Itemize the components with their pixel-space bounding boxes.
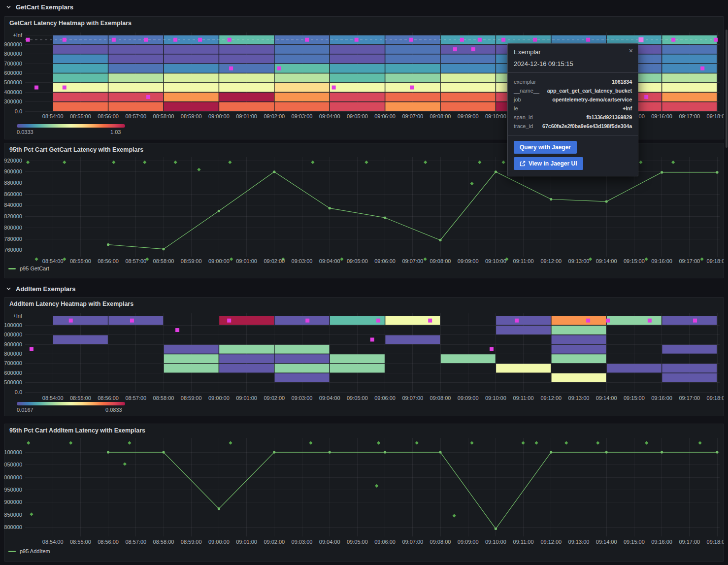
data-point[interactable] [273,451,275,453]
heatmap-cell[interactable] [662,373,717,382]
heatmap-cell[interactable] [164,64,219,73]
exemplar-diamond[interactable] [415,441,419,445]
heatmap-cell[interactable] [552,326,606,334]
exemplar-marker[interactable] [229,66,233,70]
data-point[interactable] [605,451,608,453]
exemplar-marker-highlighted[interactable] [638,37,643,42]
exemplar-diamond[interactable] [700,258,703,261]
heatmap-cell[interactable] [164,93,219,101]
exemplar-diamond[interactable] [228,161,232,164]
heatmap-cell[interactable] [53,316,108,325]
heatmap-cell[interactable] [441,64,496,73]
heatmap-cell[interactable] [108,73,163,82]
heatmap-cell[interactable] [275,93,330,101]
exemplar-diamond[interactable] [645,258,648,261]
data-point[interactable] [495,528,497,530]
view-in-jaeger-button[interactable]: View in Jaeger UI [514,157,583,170]
exemplar-diamond[interactable] [30,512,33,516]
exemplar-marker[interactable] [63,38,66,42]
exemplar-diamond[interactable] [311,161,314,164]
heatmap-cell[interactable] [441,354,496,363]
heatmap-cell[interactable] [662,73,717,82]
exemplar-marker[interactable] [410,86,414,90]
exemplar-marker[interactable] [175,328,179,332]
exemplar-diamond[interactable] [230,258,233,261]
data-point[interactable] [605,200,608,202]
exemplar-marker[interactable] [453,47,457,51]
heatmap-cell[interactable] [607,364,662,373]
heatmap-cell[interactable] [275,373,330,382]
exemplar-marker[interactable] [63,86,66,90]
heatmap-cell[interactable] [441,93,496,101]
heatmap-cell[interactable] [275,345,330,354]
heatmap-cell[interactable] [330,55,385,64]
heatmap-cell[interactable] [164,364,219,373]
exemplar-diamond[interactable] [364,161,368,164]
heatmap-cell[interactable] [662,83,717,92]
data-point[interactable] [550,451,552,453]
heatmap-cell[interactable] [330,83,385,92]
data-point[interactable] [107,243,109,246]
exemplar-diamond[interactable] [27,441,30,445]
exemplar-marker[interactable] [355,38,359,42]
exemplar-diamond[interactable] [596,441,599,445]
exemplar-marker[interactable] [112,38,116,42]
exemplar-diamond[interactable] [671,161,675,164]
exemplar-marker[interactable] [586,319,590,323]
heatmap-cell[interactable] [330,73,385,82]
exemplar-diamond[interactable] [453,514,456,517]
heatmap-cell[interactable] [219,364,274,373]
exemplar-marker[interactable] [671,38,675,42]
heatmap-cell[interactable] [219,64,274,73]
exemplar-diamond[interactable] [197,168,200,171]
heatmap-cell[interactable] [53,93,108,101]
heatmap-cell[interactable] [164,45,219,54]
exemplar-diamond[interactable] [340,258,343,261]
exemplar-marker[interactable] [700,66,704,70]
exemplar-diamond[interactable] [375,484,378,488]
heatmap-cell[interactable] [662,364,717,373]
page-scrollbar[interactable] [726,30,728,148]
data-point[interactable] [495,170,497,173]
exemplar-diamond[interactable] [63,161,66,164]
exemplar-marker[interactable] [34,86,38,90]
heatmap-cell[interactable] [108,83,163,92]
heatmap-cell[interactable] [275,45,330,54]
heatmap-cell[interactable] [441,102,496,111]
heatmap-cell[interactable] [108,316,163,325]
exemplar-marker[interactable] [332,86,336,90]
exemplar-diamond[interactable] [423,258,427,261]
heatmap-cell[interactable] [662,316,717,325]
heatmap-cell[interactable] [53,45,108,54]
exemplar-diamond[interactable] [564,441,568,445]
heatmap-cell[interactable] [108,102,163,111]
exemplar-diamond[interactable] [34,258,38,261]
section-header-getcart[interactable]: GetCart Exemplars [0,0,728,14]
data-point[interactable] [384,216,386,219]
heatmap-cell[interactable] [330,64,385,73]
heatmap-cell[interactable] [53,64,108,73]
exemplar-diamond[interactable] [698,441,702,445]
heatmap-cell[interactable] [275,354,330,363]
exemplar-diamond[interactable] [645,441,648,445]
exemplar-marker[interactable] [69,319,73,323]
close-icon[interactable]: × [629,47,633,54]
heatmap-cell[interactable] [662,93,717,101]
heatmap-cell[interactable] [219,83,274,92]
heatmap-cell[interactable] [275,83,330,92]
exemplar-diamond[interactable] [229,441,232,445]
series-legend[interactable]: p95 GetCart [8,266,49,271]
exemplar-diamond[interactable] [424,161,427,164]
heatmap-cell[interactable] [219,345,274,354]
heatmap-cell[interactable] [496,316,551,325]
heatmap-cell[interactable] [275,364,330,373]
data-point[interactable] [329,207,331,209]
data-point[interactable] [716,171,718,173]
heatmap-cell[interactable] [385,335,440,344]
heatmap-cell[interactable] [164,345,219,354]
heatmap-cell[interactable] [164,55,219,64]
heatmap-cell[interactable] [275,55,330,64]
data-point[interactable] [439,239,441,241]
heatmap-cell[interactable] [662,45,717,54]
exemplar-marker[interactable] [146,95,150,99]
